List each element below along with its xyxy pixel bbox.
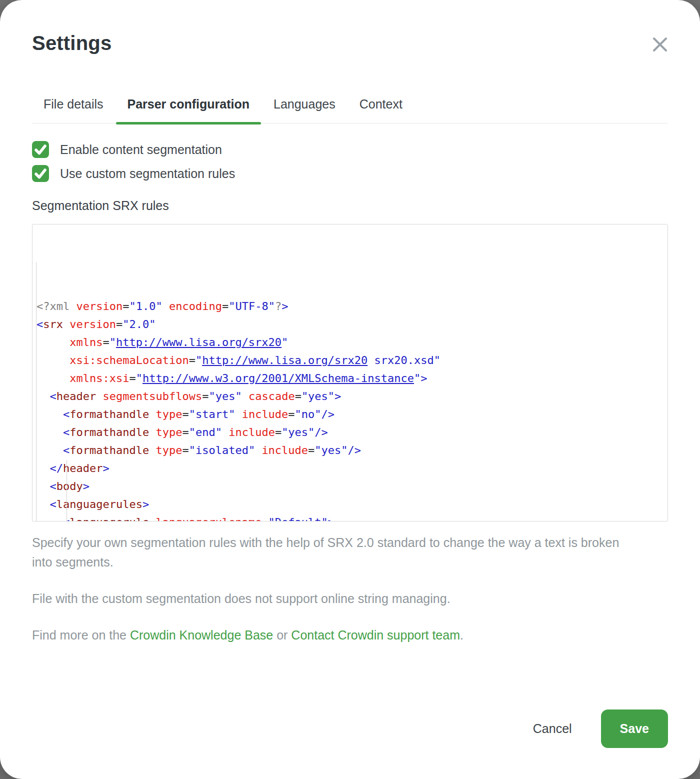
indent-guide xyxy=(36,262,36,521)
checkbox-use-custom-segmentation-rules[interactable]: Use custom segmentation rules xyxy=(32,162,668,186)
help-text-suffix: . xyxy=(460,628,464,642)
tab-parser-configuration[interactable]: Parser configuration xyxy=(116,97,262,123)
help-text-section: Specify your own segmentation rules with… xyxy=(32,533,668,645)
close-icon xyxy=(651,48,669,55)
help-text-prefix: Find more on the xyxy=(32,628,130,642)
help-text-mid: or xyxy=(273,628,291,642)
knowledge-base-link[interactable]: Crowdin Knowledge Base xyxy=(130,628,273,642)
checked-checkbox-icon[interactable] xyxy=(32,141,49,158)
cancel-button[interactable]: Cancel xyxy=(533,722,572,736)
checkbox-enable-content-segmentation[interactable]: Enable content segmentation xyxy=(32,138,668,162)
dialog-title: Settings xyxy=(32,31,112,55)
dialog-header: Settings xyxy=(32,0,668,56)
help-paragraph-1: Specify your own segmentation rules with… xyxy=(32,533,640,572)
dialog-footer: Cancel Save xyxy=(533,710,668,748)
tab-file-details[interactable]: File details xyxy=(32,97,115,123)
contact-support-link[interactable]: Contact Crowdin support team xyxy=(291,628,460,642)
save-button[interactable]: Save xyxy=(601,710,668,748)
srx-code-editor[interactable]: <?xml version="1.0" encoding="UTF-8"?><s… xyxy=(32,224,668,522)
help-paragraph-2: File with the custom segmentation does n… xyxy=(32,589,668,608)
close-button[interactable] xyxy=(649,34,671,56)
indent-guide xyxy=(66,460,67,521)
help-paragraph-3: Find more on the Crowdin Knowledge Base … xyxy=(32,626,668,645)
settings-dialog: Settings File details Parser configurati… xyxy=(0,0,700,779)
tab-context[interactable]: Context xyxy=(348,97,414,123)
code-content: <?xml version="1.0" encoding="UTF-8"?><s… xyxy=(36,298,668,522)
checked-checkbox-icon[interactable] xyxy=(32,165,49,182)
checkbox-group: Enable content segmentation Use custom s… xyxy=(32,138,668,186)
tab-bar: File details Parser configuration Langua… xyxy=(32,97,668,124)
checkbox-label: Enable content segmentation xyxy=(60,142,222,157)
checkbox-label: Use custom segmentation rules xyxy=(60,166,235,181)
segmentation-rules-label: Segmentation SRX rules xyxy=(32,198,668,213)
tab-languages[interactable]: Languages xyxy=(262,97,347,123)
